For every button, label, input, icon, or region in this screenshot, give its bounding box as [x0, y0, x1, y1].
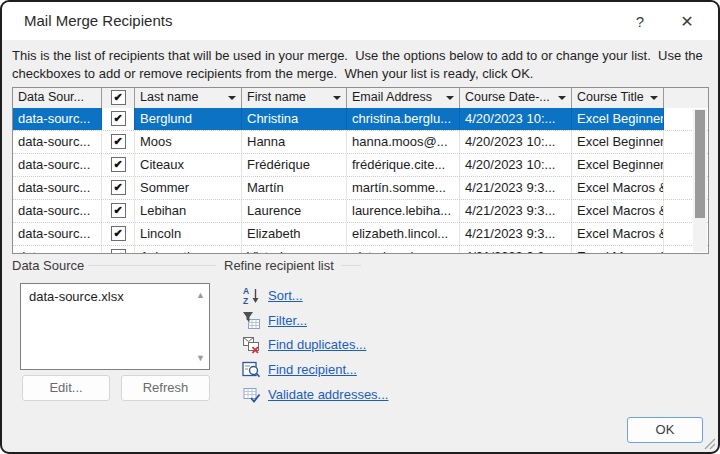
recipient-row[interactable]: data-sourc...✔LebihanLaurencelaurence.le… — [13, 200, 708, 223]
table-body: data-sourc...✔BerglundChristinachristina… — [13, 108, 708, 253]
validate-addresses-icon — [242, 385, 261, 404]
cell-data-source: data-sourc... — [13, 246, 102, 253]
cell-course-date: 4/21/2023 9:3... — [460, 177, 572, 199]
header-last-name[interactable]: Last name — [135, 88, 242, 108]
recipients-table: Data Sour... ✔ Last name First name Emai… — [12, 87, 709, 254]
header-course-title[interactable]: Course Title — [572, 88, 664, 108]
cell-course-date: 4/20/2023 10:... — [460, 108, 572, 130]
scroll-down-icon[interactable]: ▼ — [196, 353, 205, 363]
sort-icon: AZ — [242, 286, 261, 305]
cell-course-title: Excel Macros &... — [572, 200, 664, 222]
header-last-name-label: Last name — [140, 90, 198, 104]
find-recipient-link[interactable]: Find recipient... — [268, 362, 357, 377]
refine-link-validate-addresses: Validate addresses... — [242, 384, 388, 404]
close-icon[interactable]: ✕ — [674, 9, 700, 35]
header-course-date-label: Course Date-... — [465, 90, 550, 104]
data-source-group-line — [88, 265, 216, 266]
cell-first-name: Victoria — [242, 246, 347, 253]
chevron-down-icon[interactable] — [446, 96, 454, 100]
recipient-checkbox[interactable]: ✔ — [111, 134, 126, 149]
refresh-button[interactable]: Refresh — [121, 375, 210, 401]
recipient-checkbox[interactable]: ✔ — [111, 157, 126, 172]
resize-grip[interactable] — [702, 436, 715, 449]
cell-first-name: Laurence — [242, 200, 347, 222]
cell-last-name: Sommer — [135, 177, 242, 199]
recipient-row[interactable]: data-sourc...✔CiteauxFrédériquefrédériqu… — [13, 154, 708, 177]
scroll-up-icon[interactable]: ▲ — [196, 290, 205, 300]
recipient-row[interactable]: data-sourc...✔BerglundChristinachristina… — [13, 108, 708, 131]
cell-email: victoria.ashwor... — [347, 246, 460, 253]
cell-data-source: data-sourc... — [13, 223, 102, 245]
filter-link[interactable]: Filter... — [268, 313, 307, 328]
recipient-checkbox[interactable]: ✔ — [111, 111, 126, 126]
cell-course-title: Excel Macros &... — [572, 223, 664, 245]
cell-first-name: Frédérique — [242, 154, 347, 176]
cell-first-name: Martín — [242, 177, 347, 199]
cell-last-name: Ashworth — [135, 246, 242, 253]
chevron-down-icon[interactable] — [650, 96, 658, 100]
title-bar: Mail Merge Recipients ? ✕ — [2, 2, 718, 40]
find-recipient-icon — [242, 360, 261, 379]
svg-text:Z: Z — [243, 296, 248, 305]
recipient-row[interactable]: data-sourc...✔SommerMartínmartín.somme..… — [13, 177, 708, 200]
header-first-name[interactable]: First name — [242, 88, 347, 108]
chevron-down-icon[interactable] — [333, 96, 341, 100]
find-duplicates-link[interactable]: Find duplicates... — [268, 337, 366, 352]
refine-group-label: Refine recipient list — [224, 258, 334, 273]
help-icon[interactable]: ? — [627, 9, 653, 35]
recipient-checkbox-cell: ✔ — [102, 108, 135, 130]
chevron-down-icon[interactable] — [558, 96, 566, 100]
refine-link-filter: Filter... — [242, 310, 307, 330]
edit-button[interactable]: Edit... — [22, 375, 110, 401]
dialog-title: Mail Merge Recipients — [24, 12, 172, 29]
data-source-listbox[interactable]: data-source.xlsx ▲ ▼ — [20, 283, 210, 370]
cell-email: elizabeth.lincol... — [347, 223, 460, 245]
mail-merge-recipients-dialog: Mail Merge Recipients ? ✕ This is the li… — [0, 0, 720, 454]
header-course-title-label: Course Title — [577, 90, 644, 104]
cell-email: hanna.moos@... — [347, 131, 460, 153]
data-source-group-label: Data Source — [12, 258, 84, 273]
recipient-checkbox-cell: ✔ — [102, 177, 135, 199]
cell-course-date: 4/21/2023 9:3... — [460, 246, 572, 253]
recipient-checkbox-cell: ✔ — [102, 223, 135, 245]
recipient-checkbox[interactable]: ✔ — [111, 180, 126, 195]
description-line-2: checkboxes to add or remove recipients f… — [12, 66, 533, 81]
header-course-date[interactable]: Course Date-... — [460, 88, 572, 108]
header-email[interactable]: Email Address — [347, 88, 460, 108]
cell-last-name: Lincoln — [135, 223, 242, 245]
header-select-all-cell: ✔ — [102, 88, 135, 108]
recipient-checkbox-cell: ✔ — [102, 246, 135, 253]
table-scrollbar[interactable] — [693, 109, 707, 252]
data-source-file-item[interactable]: data-source.xlsx — [21, 284, 209, 309]
cell-data-source: data-sourc... — [13, 154, 102, 176]
table-scrollbar-thumb[interactable] — [695, 110, 705, 218]
sort-link[interactable]: Sort... — [268, 288, 303, 303]
cell-course-date: 4/21/2023 9:3... — [460, 200, 572, 222]
validate-addresses-link[interactable]: Validate addresses... — [268, 387, 388, 402]
recipient-checkbox[interactable]: ✔ — [111, 203, 126, 218]
refine-link-find-duplicates: Find duplicates... — [242, 334, 366, 354]
chevron-down-icon[interactable] — [228, 96, 236, 100]
cell-course-title: Excel Beginners — [572, 154, 664, 176]
recipient-checkbox-cell: ✔ — [102, 154, 135, 176]
select-all-checkbox[interactable]: ✔ — [111, 90, 126, 105]
header-filler — [664, 88, 708, 108]
header-data-source[interactable]: Data Sour... — [13, 88, 102, 108]
refine-link-find-recipient: Find recipient... — [242, 359, 357, 379]
cell-last-name: Lebihan — [135, 200, 242, 222]
recipient-row[interactable]: data-sourc...✔AshworthVictoriavictoria.a… — [13, 246, 708, 253]
cell-course-title: Excel Macros &... — [572, 177, 664, 199]
recipient-row[interactable]: data-sourc...✔MoosHannahanna.moos@...4/2… — [13, 131, 708, 154]
cell-last-name: Berglund — [135, 108, 242, 130]
recipient-row[interactable]: data-sourc...✔LincolnElizabethelizabeth.… — [13, 223, 708, 246]
cell-last-name: Citeaux — [135, 154, 242, 176]
description-line-1: This is the list of recipients that will… — [12, 48, 703, 63]
cell-email: frédérique.cite... — [347, 154, 460, 176]
recipient-checkbox[interactable]: ✔ — [111, 226, 126, 241]
refine-group-line — [341, 265, 361, 266]
cell-course-title: Excel Beginners — [572, 131, 664, 153]
recipient-checkbox[interactable]: ✔ — [111, 249, 126, 253]
cell-last-name: Moos — [135, 131, 242, 153]
cell-data-source: data-sourc... — [13, 108, 102, 130]
ok-button[interactable]: OK — [627, 417, 703, 443]
